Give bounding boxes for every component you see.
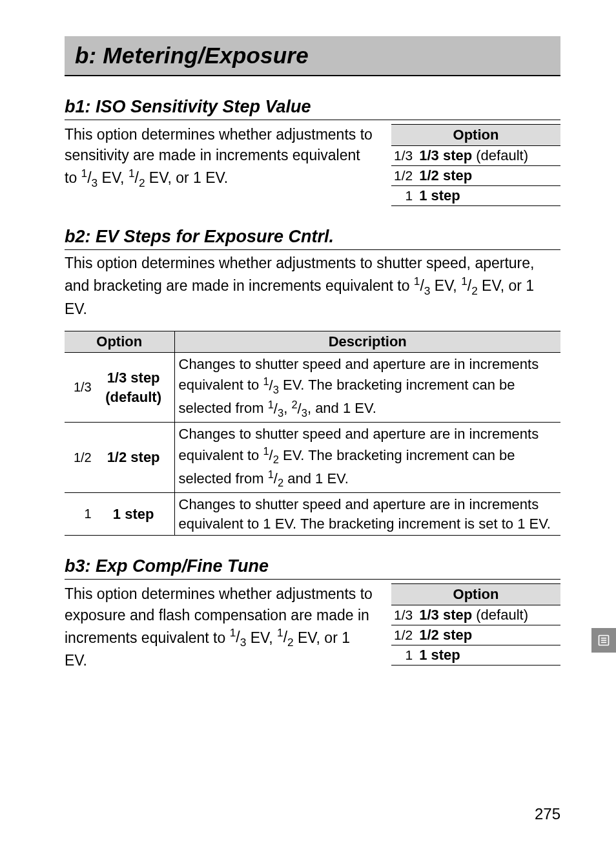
option-icon: 1 — [391, 645, 416, 666]
table-row: 1/3 1/3 step (default) — [391, 605, 560, 625]
option-label: 1/2 step — [416, 625, 560, 645]
table-row: 1/2 1/2 step Changes to shutter speed an… — [65, 423, 560, 493]
col-option: Option — [65, 331, 174, 352]
table-row: 1 1 step Changes to shutter speed and ap… — [65, 493, 560, 536]
option-name: 1/2 step — [93, 423, 174, 493]
option-label: 1/2 step — [416, 166, 560, 186]
table-row: 1/3 1/3 step (default) — [391, 146, 560, 166]
option-icon: 1 — [65, 493, 93, 536]
table-row: 1/2 1/2 step — [391, 625, 560, 645]
heading-b1: b1: ISO Sensitivity Step Value — [65, 96, 560, 120]
option-description: Changes to shutter speed and aperture ar… — [174, 352, 560, 423]
heading-b3: b3: Exp Comp/Fine Tune — [65, 555, 560, 580]
option-icon: 1/2 — [391, 625, 416, 645]
table-row: 1/2 1/2 step — [391, 166, 560, 186]
option-icon: 1/3 — [65, 352, 93, 423]
table-row: 1 1 step — [391, 645, 560, 666]
option-icon: 1/2 — [65, 423, 93, 493]
option-label: 1 step — [416, 645, 560, 666]
option-description: Changes to shutter speed and aperture ar… — [174, 493, 560, 536]
body-b2: This option determines whether adjustmen… — [65, 253, 560, 319]
option-name: 1/3 step(default) — [93, 352, 174, 423]
table-b3: Option 1/3 1/3 step (default) 1/2 1/2 st… — [391, 583, 560, 666]
table-b2: Option Description 1/3 1/3 step(default)… — [65, 331, 560, 536]
col-description: Description — [174, 331, 560, 352]
option-label: 1 step — [416, 186, 560, 206]
col-option: Option — [391, 125, 560, 146]
section-banner: b: Metering/Exposure — [65, 36, 560, 76]
table-row: 1/3 1/3 step(default) Changes to shutter… — [65, 352, 560, 423]
option-icon: 1/3 — [391, 146, 416, 166]
option-icon: 1/3 — [391, 605, 416, 625]
body-b3: This option determines whether adjustmen… — [65, 583, 373, 671]
table-b1: Option 1/3 1/3 step (default) 1/2 1/2 st… — [391, 124, 560, 206]
option-label: 1/3 step (default) — [416, 146, 560, 166]
heading-b2: b2: EV Steps for Exposure Cntrl. — [65, 225, 560, 250]
option-label: 1/3 step (default) — [416, 605, 560, 625]
table-row: 1 1 step — [391, 186, 560, 206]
option-icon: 1 — [391, 186, 416, 206]
option-icon: 1/2 — [391, 166, 416, 186]
option-description: Changes to shutter speed and aperture ar… — [174, 423, 560, 493]
body-b1: This option determines whether adjustmen… — [65, 124, 373, 191]
col-option: Option — [391, 584, 560, 605]
page-number: 275 — [535, 805, 560, 823]
option-name: 1 step — [93, 493, 174, 536]
side-tab-icon — [591, 628, 616, 653]
